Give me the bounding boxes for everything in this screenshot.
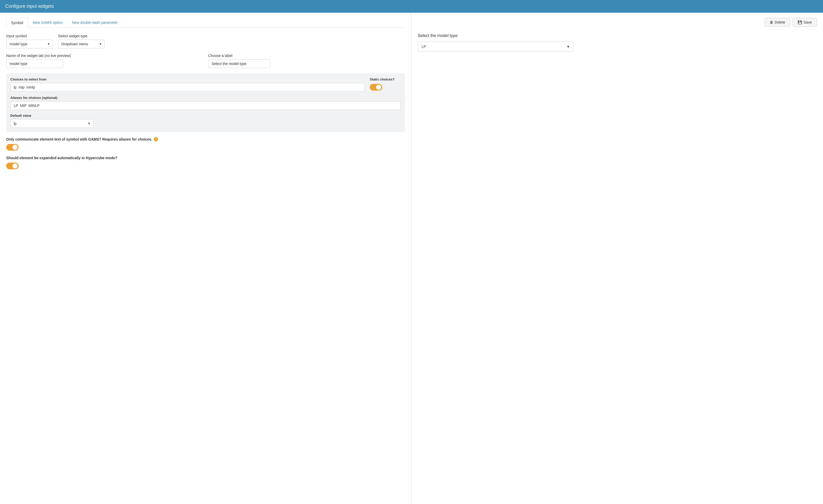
- choices-group: Choices to select from: [10, 77, 365, 92]
- widget-type-group: Select widget type Dropdown menu ▼: [58, 34, 105, 48]
- widget-type-label: Select widget type: [58, 34, 105, 38]
- save-icon: 💾: [798, 20, 802, 24]
- config-box: Choices to select from Static choices? A…: [6, 73, 405, 132]
- widget-type-wrapper: Dropdown menu ▼: [58, 40, 105, 48]
- trash-icon: 🗑: [770, 20, 773, 24]
- widget-type-select[interactable]: Dropdown menu: [58, 40, 105, 48]
- choose-label-label: Choose a label: [208, 54, 405, 58]
- preview-dropdown-wrapper: LP MIP MINLP ▼: [418, 42, 573, 51]
- preview-dropdown[interactable]: LP MIP MINLP: [418, 42, 573, 51]
- hypercube-section: Should element be expanded automatically…: [6, 156, 405, 169]
- tab-new-double-dash[interactable]: New double-dash parameter: [67, 18, 123, 27]
- communicate-info-icon[interactable]: i: [154, 137, 158, 141]
- default-value-wrapper: lp ▼: [10, 119, 93, 128]
- default-value-select[interactable]: lp: [10, 119, 93, 128]
- input-symbol-wrapper: model type ▼: [6, 40, 53, 48]
- choices-input[interactable]: [10, 83, 365, 92]
- aliases-input[interactable]: [10, 101, 401, 110]
- widget-tab-name-label: Name of the widget tab (no live preview): [6, 54, 203, 58]
- static-choices-toggle[interactable]: [370, 84, 382, 90]
- right-panel: 🗑 Delete 💾 Save Select the model type LP…: [412, 13, 823, 503]
- static-choices-toggle-wrapper: [370, 83, 401, 92]
- choose-label-input[interactable]: [208, 59, 270, 68]
- input-symbol-group: Input symbol model type ▼: [6, 34, 53, 48]
- widget-tab-name-input[interactable]: [6, 59, 63, 68]
- delete-button[interactable]: 🗑 Delete: [765, 18, 790, 27]
- input-symbol-select[interactable]: model type: [6, 40, 53, 48]
- default-value-group: Default value lp ▼: [10, 113, 401, 128]
- choices-label: Choices to select from: [10, 77, 365, 81]
- aliases-group: Aliases for choices (optional): [10, 96, 401, 110]
- action-buttons: 🗑 Delete 💾 Save: [765, 18, 817, 27]
- save-button[interactable]: 💾 Save: [793, 18, 817, 27]
- widget-tab-name-group: Name of the widget tab (no live preview): [6, 54, 203, 68]
- hypercube-toggle[interactable]: [6, 163, 19, 169]
- tabs: Symbol New GAMS option New double-dash p…: [6, 18, 405, 28]
- static-choices-slider: [370, 84, 382, 90]
- input-symbol-label: Input symbol: [6, 34, 53, 38]
- communicate-label: Only communicate element text of symbol …: [6, 137, 405, 141]
- communicate-section: Only communicate element text of symbol …: [6, 137, 405, 151]
- choose-label-group: Choose a label: [208, 54, 405, 68]
- hypercube-label: Should element be expanded automatically…: [6, 156, 405, 160]
- tab-new-gams[interactable]: New GAMS option: [28, 18, 67, 27]
- tab-symbol[interactable]: Symbol: [6, 18, 28, 28]
- preview-label: Select the model type: [418, 33, 817, 38]
- default-value-label: Default value: [10, 113, 401, 117]
- static-choices-label: Static choices?: [370, 77, 401, 81]
- hypercube-slider: [6, 163, 19, 169]
- choices-row: Choices to select from Static choices?: [10, 77, 401, 92]
- left-panel: Symbol New GAMS option New double-dash p…: [0, 13, 412, 503]
- communicate-slider: [6, 144, 19, 151]
- communicate-toggle[interactable]: [6, 144, 19, 151]
- title-bar: Configure input widgets: [0, 0, 823, 13]
- aliases-label: Aliases for choices (optional): [10, 96, 401, 100]
- static-choices-group: Static choices?: [370, 77, 401, 92]
- app-title: Configure input widgets: [5, 4, 54, 9]
